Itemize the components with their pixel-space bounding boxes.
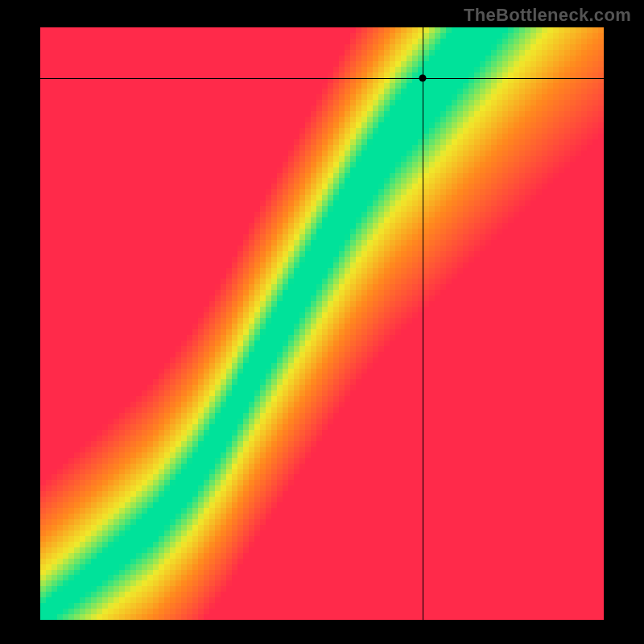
crosshair-marker-dot [419,74,426,81]
crosshair-horizontal [40,78,604,79]
chart-container: { "watermark": "TheBottleneck.com", "plo… [0,0,644,644]
watermark-text: TheBottleneck.com [464,5,631,26]
bottleneck-heatmap [40,27,604,620]
crosshair-vertical [423,27,423,620]
